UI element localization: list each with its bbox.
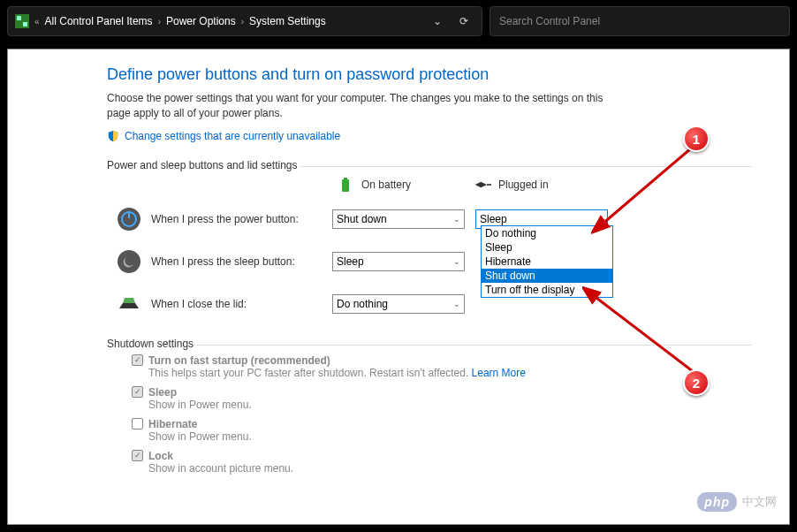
hibernate-title: Hibernate [148,418,252,430]
divider [107,345,752,346]
dropdown-option[interactable]: Do nothing [482,226,612,240]
shutdown-section-label: Shutdown settings [107,338,197,350]
shield-icon [107,130,119,142]
watermark: php 中文网 [697,492,777,512]
hibernate-description: Show in Power menu. [148,430,252,443]
lock-description: Show in account picture menu. [148,462,293,475]
power-buttons-section-label: Power and sleep buttons and lid settings [107,159,300,171]
dropdown-option[interactable]: Turn off the display [482,283,612,297]
sleep-title: Sleep [148,386,252,399]
svg-rect-1 [17,16,21,20]
sleep-description: Show in Power menu. [148,399,252,411]
plug-icon [474,176,491,194]
dropdown-chevron-icon[interactable]: ⌄ [427,11,448,32]
lock-checkbox[interactable] [132,450,143,461]
page-description: Choose the power settings that you want … [107,91,611,121]
hibernate-checkbox[interactable] [132,418,143,429]
sleep-button-battery-select[interactable]: Sleep ⌄ [332,252,465,271]
dropdown-option-selected[interactable]: Shut down [482,269,612,283]
select-value: Do nothing [337,298,388,310]
chevron-right-icon: › [241,17,244,27]
breadcrumb-item[interactable]: Power Options [166,15,236,27]
chevron-down-icon: ⌄ [453,300,460,308]
svg-rect-2 [23,22,27,27]
breadcrumb-item[interactable]: All Control Panel Items [45,15,153,27]
search-placeholder: Search Control Panel [499,15,600,27]
watermark-badge: php [697,492,737,512]
chevron-down-icon: ⌄ [453,215,460,224]
watermark-text: 中文网 [742,494,777,510]
sleep-button-icon [116,248,142,275]
power-button-icon [116,206,142,232]
sleep-button-label: When I press the sleep button: [151,255,332,268]
on-battery-label: On battery [361,179,411,191]
refresh-icon[interactable]: ⟳ [453,11,474,32]
lock-title: Lock [148,450,293,462]
dropdown-option[interactable]: Hibernate [482,255,612,269]
breadcrumb-item[interactable]: System Settings [249,15,326,27]
svg-point-6 [118,208,140,231]
sleep-checkbox[interactable] [132,386,143,398]
select-value: Sleep [337,255,364,268]
learn-more-link[interactable]: Learn More [472,367,526,379]
lid-battery-select[interactable]: Do nothing ⌄ [332,294,465,314]
chevron-down-icon: ⌄ [596,215,603,224]
fast-startup-checkbox[interactable] [132,354,143,366]
power-button-label: When I press the power button: [151,213,332,225]
settings-page: Define power buttons and turn on passwor… [7,49,790,525]
dropdown-list: Do nothing Sleep Hibernate Shut down Tur… [481,225,613,298]
svg-rect-3 [342,179,349,192]
breadcrumb[interactable]: « All Control Panel Items › Power Option… [7,6,482,36]
select-value: Shut down [337,213,387,225]
annotation-marker-1: 1 [683,125,710,152]
breadcrumb-back-chevron-icon[interactable]: « [34,17,40,27]
annotation-marker-2: 2 [683,369,710,396]
search-input[interactable]: Search Control Panel [490,6,790,36]
svg-rect-4 [344,178,347,180]
fast-startup-title: Turn on fast startup (recommended) [148,354,526,367]
chevron-right-icon: › [158,17,161,27]
fast-startup-description: This helps start your PC faster after sh… [148,367,472,379]
control-panel-icon [15,14,29,28]
svg-point-9 [118,250,140,273]
plugged-in-label: Plugged in [498,179,549,191]
select-value: Sleep [480,213,507,225]
page-title: Define power buttons and turn on passwor… [107,65,752,84]
lid-label: When I close the lid: [151,298,332,310]
battery-icon [337,176,354,194]
lid-icon [116,291,142,317]
change-settings-link[interactable]: Change settings that are currently unava… [125,130,340,142]
chevron-down-icon: ⌄ [453,257,460,266]
dropdown-option[interactable]: Sleep [482,240,612,255]
power-button-battery-select[interactable]: Shut down ⌄ [332,209,465,229]
